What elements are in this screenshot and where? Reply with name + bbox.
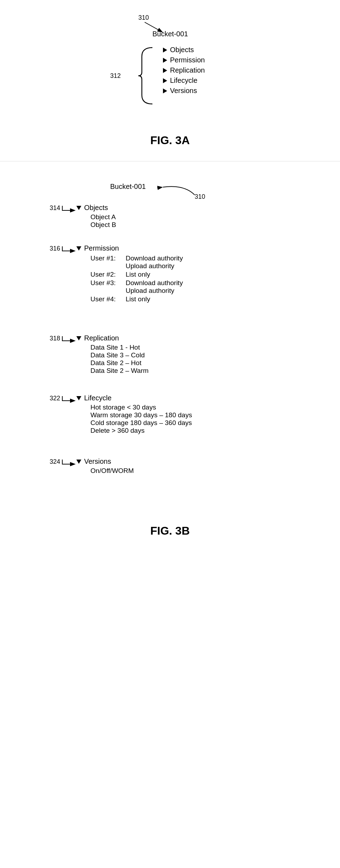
arrow-322: [62, 395, 76, 406]
user3-right1: Download authority: [126, 279, 183, 287]
label-310-3b: 310: [195, 193, 205, 201]
lifecycle-item-0: Hot storage < 30 days: [90, 404, 192, 411]
triangle-right-objects: [163, 48, 167, 53]
versions-item-0: On/Off/WORM: [90, 467, 134, 475]
user1-right1: Download authority: [126, 254, 183, 262]
fig3b-diagram: Bucket-001 310 314: [47, 176, 293, 510]
fig3a-items-list: Objects Permission Replication Lifecycle…: [163, 46, 205, 95]
label-322: 322: [47, 394, 60, 402]
replication-items: Data Site 1 - Hot Data Site 3 – Cold Dat…: [90, 344, 149, 375]
arrow-324: [62, 459, 76, 469]
user1-label: User #1:: [90, 254, 119, 270]
arrow-316: [62, 246, 76, 256]
lifecycle-item-1: Warm storage 30 days – 180 days: [90, 411, 192, 419]
section-316: 316 Permission: [47, 244, 183, 304]
user3-label: User #3:: [90, 279, 119, 295]
triangle-down-permission: [76, 246, 81, 251]
label-316: 316: [47, 244, 60, 252]
user2-label: User #2:: [90, 271, 119, 278]
arrow-314: [62, 205, 76, 216]
item-objects-3a: Objects: [163, 46, 205, 54]
arrow-318: [62, 335, 76, 346]
triangle-right-permission: [163, 58, 167, 63]
replication-item-0: Data Site 1 - Hot: [90, 344, 149, 351]
replication-item-3: Data Site 2 – Warm: [90, 367, 149, 375]
fig3a-title: FIG. 3A: [150, 134, 190, 147]
user3-right2: Upload authority: [126, 287, 183, 295]
item-permission-3a: Permission: [163, 56, 205, 64]
replication-item-1: Data Site 3 – Cold: [90, 351, 149, 359]
user3-row: User #3: Download authority Upload autho…: [90, 279, 183, 295]
versions-content: Versions On/Off/WORM: [76, 457, 134, 475]
objects-items: Object A Object B: [90, 213, 116, 229]
lifecycle-content: Lifecycle Hot storage < 30 days Warm sto…: [76, 394, 192, 435]
triangle-down-objects: [76, 206, 81, 210]
replication-item-2: Data Site 2 – Hot: [90, 359, 149, 367]
brace-svg-3a: [135, 46, 156, 106]
user4-right1: List only: [126, 295, 150, 303]
versions-title: Versions: [76, 457, 134, 466]
permission-users: User #1: Download authority Upload autho…: [90, 254, 183, 304]
section-318: 318 Replication: [47, 334, 149, 375]
fig3a-section: 310 Bucket-001 312: [0, 0, 340, 161]
versions-items: On/Off/WORM: [90, 467, 134, 475]
item-replication-3a: Replication: [163, 66, 205, 74]
label-324: 324: [47, 457, 60, 466]
user4-label: User #4:: [90, 295, 119, 303]
triangle-right-versions: [163, 88, 167, 93]
user1-row: User #1: Download authority Upload autho…: [90, 254, 183, 270]
triangle-down-versions: [76, 460, 81, 464]
label-312: 312: [110, 72, 121, 80]
lifecycle-item-2: Cold storage 180 days – 360 days: [90, 419, 192, 427]
object-a: Object A: [90, 213, 116, 221]
replication-content: Replication Data Site 1 - Hot Data Site …: [76, 334, 149, 375]
bucket-001-3a: Bucket-001: [152, 30, 188, 38]
permission-title: Permission: [76, 244, 183, 252]
user2-right1: List only: [126, 271, 150, 278]
user4-row: User #4: List only: [90, 295, 183, 303]
section-314: 314 Objects: [47, 204, 116, 229]
arrow-310-bucket-3b: [152, 177, 198, 198]
user1-right2: Upload authority: [126, 262, 183, 270]
label-314: 314: [47, 204, 60, 212]
replication-title: Replication: [76, 334, 149, 342]
triangle-right-lifecycle: [163, 78, 167, 83]
object-b: Object B: [90, 221, 116, 229]
user1-rights: Download authority Upload authority: [126, 254, 183, 270]
objects-title: Objects: [76, 204, 116, 212]
bucket-001-3b: Bucket-001: [110, 183, 146, 191]
page-container: 310 Bucket-001 312: [0, 0, 340, 868]
permission-content: Permission User #1: Download authority U…: [76, 244, 183, 304]
triangle-down-replication: [76, 336, 81, 340]
label-318: 318: [47, 334, 60, 342]
lifecycle-title: Lifecycle: [76, 394, 192, 402]
section-324: 324 Versions: [47, 457, 134, 475]
triangle-down-lifecycle: [76, 396, 81, 400]
lifecycle-items: Hot storage < 30 days Warm storage 30 da…: [90, 404, 192, 435]
fig3a-diagram: 310 Bucket-001 312: [82, 11, 258, 123]
objects-content: Objects Object A Object B: [76, 204, 116, 229]
item-lifecycle-3a: Lifecycle: [163, 76, 205, 85]
item-versions-3a: Versions: [163, 87, 205, 95]
user3-rights: Download authority Upload authority: [126, 279, 183, 295]
fig3b-title: FIG. 3B: [0, 524, 340, 537]
fig3b-section: Bucket-001 310 314: [0, 161, 340, 552]
section-322: 322 Lifecycle: [47, 394, 192, 435]
triangle-right-replication: [163, 68, 167, 73]
user2-row: User #2: List only: [90, 271, 183, 278]
lifecycle-item-3: Delete > 360 days: [90, 427, 192, 435]
